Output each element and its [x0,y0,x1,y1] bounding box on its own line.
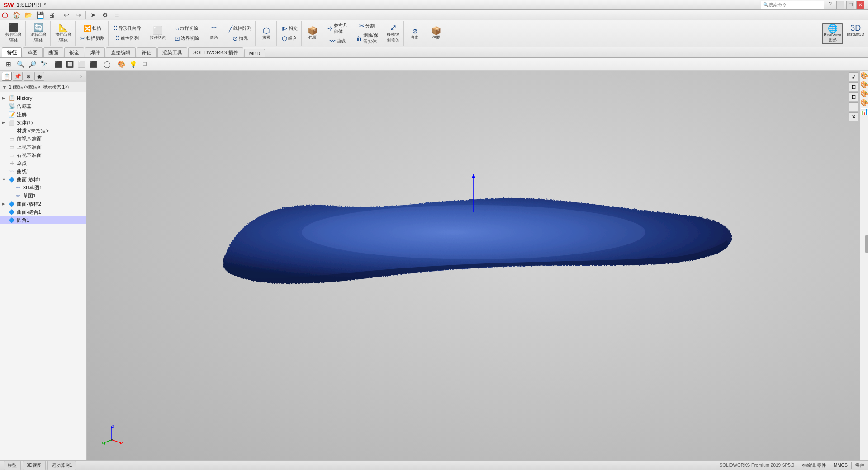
tab-surface[interactable]: 曲面 [43,47,63,57]
border-cut-btn[interactable]: ⊡ 边界切除 [173,34,201,43]
extrude-boss-btn[interactable]: ⬛ 拉伸凸台/基体 [4,23,24,44]
appearance-btn[interactable]: 🎨 [116,59,126,69]
view-settings-btn[interactable]: 🔲 [65,59,75,69]
tree-item-top-plane[interactable]: ▭ 上视基准面 [0,143,86,151]
shaded-btn[interactable]: ⬜ [76,59,86,69]
split-view-v-btn[interactable]: ⊞ [849,92,858,101]
curve-btn[interactable]: 〰 曲线 [327,37,347,46]
display-btn[interactable]: 🖥 [140,59,150,69]
linear-pattern-btn[interactable]: ⠿ 异形孔向导 [111,24,143,33]
appearance-manager-tab[interactable]: ◉ [34,72,44,81]
line-btn[interactable]: ╱ 线性阵列 [227,24,253,33]
view-orient-btn[interactable]: ⊞ [4,59,14,69]
tree-item-loft2[interactable]: ▶ 🔷 曲面-放样2 [0,200,86,208]
tree-item-sensors[interactable]: 📡 传感器 [0,102,86,110]
model-tab-btn[interactable]: 模型 [4,461,21,470]
close-button[interactable]: ✕ [856,1,864,9]
tree-item-material[interactable]: ≡ 材质 <未指定> [0,127,86,135]
zoom-to-fit-btn[interactable]: 🔍 [15,59,25,69]
decals-panel-btn[interactable]: 🎨 [861,90,868,97]
hole-wizard-btn[interactable]: ○ 放样切除 [174,24,200,33]
search-input[interactable] [768,2,814,7]
lights-panel-btn[interactable]: 🎨 [861,99,868,106]
wrap2-btn[interactable]: 📦 包覆 [428,26,444,42]
minimize-button[interactable]: — [836,1,844,9]
tab-sheetmetal[interactable]: 钣金 [64,47,84,57]
tree-item-history[interactable]: ▶ 📋 History [0,94,86,102]
section-view-btn[interactable]: ⬛ [53,59,63,69]
refgeom-btn[interactable]: ⊹ 参考几何体 [326,21,349,36]
realview-btn[interactable]: 🌐 RealView图形 [822,23,844,44]
appearance-panel-btn[interactable]: 🎨 [861,72,868,79]
tree-item-curve1[interactable]: 〰 曲线1 [0,167,86,175]
tree-item-fillet1[interactable]: 🔷 圆角1 [0,216,86,224]
tree-item-loft1[interactable]: ▼ 🔷 曲面-放样1 [0,175,86,183]
tree-item-origin[interactable]: ✛ 原点 [0,159,86,167]
right-scrollbar[interactable] [865,235,868,253]
rebuild-btn[interactable]: ⚙ [100,10,110,20]
options-btn[interactable]: ≡ [111,10,122,20]
search-box[interactable]: 🔍 [761,1,824,9]
tab-plugins[interactable]: SOLIDWORKS 插件 [188,47,243,57]
tree-item-sketch1[interactable]: ✏ 草图1 [0,192,86,200]
deform-btn[interactable]: ⌀ 弯曲 [407,26,423,42]
restore-button[interactable]: ❐ [846,1,854,9]
revolve-boss-btn[interactable]: 🔄 旋转凸台/基体 [28,23,48,44]
tab-sketch[interactable]: 草图 [23,47,43,57]
tree-item-solid[interactable]: ▶ ⬜ 实体(1) [0,118,86,127]
circular-pattern-btn[interactable]: ⠿ 线性阵列 [114,34,141,43]
tree-item-front-plane[interactable]: ▭ 前视基准面 [0,135,86,143]
sw-logo-btn[interactable]: ⬡ [2,11,8,19]
select-btn[interactable]: ➤ [88,10,99,20]
motion-study-tab-btn[interactable]: 运动算例1 [47,461,76,470]
wireframe-btn[interactable]: ⬛ [88,59,98,69]
cameras-panel-btn[interactable]: 📊 [861,108,868,115]
panel-resize-handle[interactable] [85,70,86,460]
intersect-btn[interactable]: ⬡ 组合 [280,34,299,43]
tree-item-sketch3d1[interactable]: ✏ 3D草图1 [0,183,86,192]
scene-panel-btn[interactable]: 🎨 [861,81,868,88]
extrude-cut-btn[interactable]: ⬜ 拉伸切割 [148,26,168,42]
tab-evaluate[interactable]: 评估 [137,47,157,57]
tree-item-right-plane[interactable]: ▭ 右视基准面 [0,151,86,159]
3d-view-tab-btn[interactable]: 3D视图 [23,461,46,470]
tab-features[interactable]: 特征 [2,47,22,57]
undo-btn[interactable]: ↩ [61,10,72,20]
hide-show-btn[interactable]: ◯ [102,59,112,69]
tree-item-stitch1[interactable]: 🔷 曲面-缝合1 [0,208,86,216]
instant3d-btn[interactable]: 3D Instant3D [845,23,866,44]
wrap-btn[interactable]: 📦 包覆 [304,26,321,42]
config-manager-tab[interactable]: ⊕ [24,72,33,81]
new-btn[interactable]: 🏠 [11,10,22,20]
sweep-btn[interactable]: 🔀 扫描 [82,24,103,33]
loft-btn[interactable]: 📐 放样凸台/基体 [53,23,73,44]
split-btn[interactable]: ✂ 分割 [357,21,376,30]
tree-item-annotations[interactable]: 📝 注解 [0,110,86,118]
zoom-select-btn[interactable]: 🔎 [27,59,37,69]
prev-view-btn[interactable]: 🔭 [39,59,49,69]
scene-btn[interactable]: 💡 [128,59,138,69]
minimize-view-btn[interactable]: − [849,102,858,111]
draft-btn[interactable]: ⬡ 拔模 [258,26,275,42]
panel-expand-btn[interactable]: › [77,73,85,80]
feature-manager-tab[interactable]: 📋 [2,72,12,81]
property-manager-tab[interactable]: 📌 [13,72,23,81]
fillet-btn[interactable]: ⌒ 圆角 [206,26,222,42]
close-view-btn[interactable]: ✕ [849,112,858,121]
mirror-btn[interactable]: ⧐ 相交 [280,24,299,33]
tab-render[interactable]: 渲染工具 [157,47,187,57]
3d-viewport[interactable]: Z X Y ⤢ ⊟ ⊞ − ✕ [87,70,860,460]
print-btn[interactable]: 🖨 [46,10,57,20]
tab-mbd[interactable]: MBD [244,49,265,57]
sweep-cut-btn[interactable]: ✂ 扫描切割 [78,34,106,43]
revolve-cut-btn[interactable]: ⊙ 抽壳 [231,34,250,43]
redo-btn[interactable]: ↪ [73,10,84,20]
expand-view-btn[interactable]: ⤢ [849,72,858,81]
save-btn[interactable]: 💾 [34,10,45,20]
move-btn[interactable]: ⤢ 移动/复制实体 [385,23,402,44]
tab-direct-edit[interactable]: 直接编辑 [106,47,136,57]
split-view-h-btn[interactable]: ⊟ [849,82,858,91]
open-btn[interactable]: 📂 [23,10,33,20]
tab-weldment[interactable]: 焊件 [85,47,105,57]
delete-solid-btn[interactable]: 🗑 删除/保留实体 [354,31,380,46]
